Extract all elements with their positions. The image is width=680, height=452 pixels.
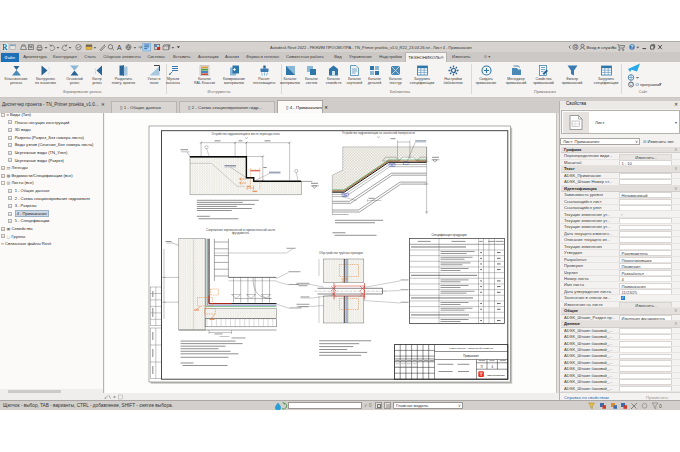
svg-text:фундамента: фундамента <box>232 231 249 235</box>
svg-text:О: О <box>629 82 633 87</box>
svg-text:Номер проекта - Изоляция фунда: Номер проекта - Изоляция фундамента <box>448 347 493 350</box>
svg-text:?: ? <box>631 45 634 50</box>
svg-text:Устройство гидроизоляции на на: Устройство гидроизоляции на наклонной по… <box>342 131 415 135</box>
svg-text:П: П <box>480 365 482 369</box>
svg-text:A: A <box>117 44 122 51</box>
svg-text:Я: Я <box>574 45 577 50</box>
svg-text:Обустройство трубных проходок: Обустройство трубных проходок <box>319 251 363 255</box>
svg-text:R: R <box>2 43 8 52</box>
svg-text:ТЕХНОНИКОЛЬ: ТЕХНОНИКОЛЬ <box>487 374 505 376</box>
svg-text:0: 0 <box>659 404 662 409</box>
svg-text:Устройство гидроизоляции в мес: Устройство гидроизоляции в месте перепад… <box>211 132 279 136</box>
svg-text:О программе: О программе <box>636 82 662 87</box>
svg-text:Спецификация продукции: Спецификация продукции <box>431 233 466 237</box>
svg-text:Примыкания: Примыкания <box>463 354 479 358</box>
svg-text:Вход в службы: Вход в службы <box>587 45 617 50</box>
